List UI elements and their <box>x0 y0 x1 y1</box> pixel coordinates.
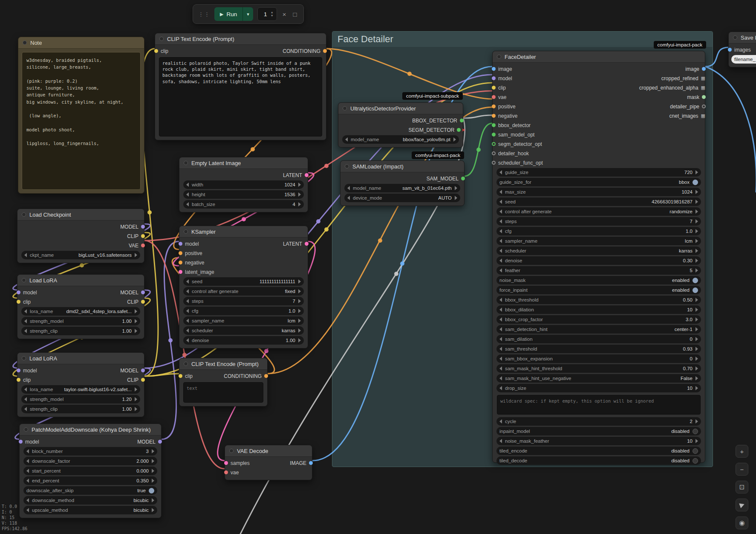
input-port-detailer-hook[interactable]: detailer_hook <box>493 149 529 157</box>
widget-sam-detection-hint[interactable]: sam_detection_hintcenter-1 <box>496 325 701 334</box>
input-port-model[interactable]: model <box>17 366 37 374</box>
decrement-arrow[interactable] <box>499 219 502 223</box>
widget-force-inpaint[interactable]: force_inpaintenabled <box>496 286 701 294</box>
output-port-latent[interactable]: LATENT <box>283 240 308 248</box>
decrement-arrow[interactable] <box>499 190 502 194</box>
wildcard-textarea[interactable]: wildcard spec: if kept empty, this optio… <box>497 395 701 415</box>
run-button-group[interactable]: ▶ Run ▾ <box>214 7 253 21</box>
output-port-bbox-detector[interactable]: BBOX_DETECTOR <box>412 116 463 125</box>
widget-bbox-dilation[interactable]: bbox_dilation10 <box>496 305 701 314</box>
run-button[interactable]: ▶ Run <box>214 11 242 17</box>
next-arrow[interactable] <box>695 249 698 253</box>
output-port-model[interactable]: MODEL <box>120 223 144 231</box>
batch-count-stepper[interactable]: 1 ▲ ▼ <box>257 7 277 21</box>
node-load-lora-1[interactable]: Load LoRA model MODEL clip CLIP lora_nam… <box>17 274 144 339</box>
decrement-arrow[interactable] <box>499 298 502 302</box>
increment-arrow[interactable] <box>695 357 698 361</box>
input-port-model[interactable]: model <box>493 74 512 82</box>
next-arrow[interactable] <box>298 328 301 333</box>
widget-scheduler[interactable]: schedulerkarras <box>183 326 304 335</box>
next-arrow[interactable] <box>695 327 698 331</box>
output-port-image[interactable]: image <box>685 65 705 73</box>
stepper-arrows[interactable]: ▲ ▼ <box>271 11 274 17</box>
widget-cfg[interactable]: cfg1.0 <box>496 227 701 235</box>
decrement-arrow[interactable] <box>499 200 502 204</box>
toggle-knob[interactable] <box>693 448 698 454</box>
input-port-samples[interactable]: samples <box>225 459 250 467</box>
increment-arrow[interactable] <box>695 190 698 194</box>
widget-downscale-factor[interactable]: downscale_factor2.000 <box>23 457 157 465</box>
prev-arrow[interactable] <box>499 249 502 253</box>
increment-arrow[interactable] <box>152 479 154 483</box>
prev-arrow[interactable] <box>345 137 348 142</box>
output-port-detailer-pipe[interactable]: detailer_pipe <box>670 102 705 110</box>
widget-sam-mask-hint-threshold[interactable]: sam_mask_hint_threshold0.70 <box>496 364 701 373</box>
widget-sam-bbox-expansion[interactable]: sam_bbox_expansion0 <box>496 354 701 363</box>
next-arrow[interactable] <box>453 137 456 142</box>
decrement-arrow[interactable] <box>499 386 502 390</box>
prev-arrow[interactable] <box>347 196 350 200</box>
output-port-vae[interactable]: VAE <box>129 241 144 250</box>
decrement-arrow[interactable] <box>26 469 29 473</box>
decrement-arrow[interactable] <box>186 183 189 187</box>
prev-arrow[interactable] <box>347 186 350 190</box>
prev-arrow[interactable] <box>499 376 502 380</box>
output-port-clip[interactable]: CLIP <box>127 376 144 384</box>
output-port-latent[interactable]: LATENT <box>283 171 308 179</box>
zoom-in-button[interactable]: + <box>736 445 748 458</box>
increment-arrow[interactable] <box>695 268 698 273</box>
collapse-dot[interactable] <box>184 362 188 366</box>
node-clip-text-encode-1[interactable]: CLIP Text Encode (Prompt) clip CONDITION… <box>155 33 326 140</box>
prompt-textarea[interactable]: realistic polaroid photo, Taylor Swift i… <box>159 57 322 136</box>
node-vae-decode[interactable]: VAE Decode samples IMAGE vae <box>225 445 312 480</box>
node-header[interactable]: KSampler <box>179 226 308 238</box>
widget-control-after-generate[interactable]: control after generaterandomize <box>496 207 701 216</box>
widget-start-percent[interactable]: start_percent0.000 <box>23 467 157 475</box>
decrement-arrow[interactable] <box>499 337 502 341</box>
widget-seed[interactable]: seed111111111111111 <box>183 277 304 286</box>
output-port-cropped-refined[interactable]: ▦cropped_refined <box>661 74 705 82</box>
next-arrow[interactable] <box>695 239 698 243</box>
node-header[interactable]: Load Checkpoint <box>17 209 144 221</box>
widget-lora-name[interactable]: lora_namedmd2_sdxl_4step_lora.safet... <box>21 307 140 316</box>
widget-drop-size[interactable]: drop_size10 <box>496 384 701 392</box>
decrement-arrow[interactable] <box>24 407 27 411</box>
increment-arrow[interactable] <box>298 183 301 187</box>
prev-arrow[interactable] <box>186 328 189 333</box>
input-port-clip[interactable]: clip <box>179 372 193 380</box>
input-port-bbox-detector[interactable]: bbox_detector <box>493 121 531 129</box>
input-port-vae[interactable]: vae <box>225 468 239 476</box>
increment-arrow[interactable] <box>152 459 154 463</box>
increment-arrow[interactable] <box>298 338 301 342</box>
widget-max-size[interactable]: max_size1024 <box>496 188 701 196</box>
input-port-positive[interactable]: positive <box>179 249 202 257</box>
widget-steps[interactable]: steps7 <box>496 217 701 226</box>
increment-arrow[interactable] <box>135 319 137 323</box>
prev-arrow[interactable] <box>499 209 502 214</box>
collapse-dot[interactable] <box>24 427 28 432</box>
widget-upscale-method[interactable]: upscale_methodbicubic <box>23 506 157 514</box>
widget-model-name[interactable]: model_namebbox/face_yolov8m.pt <box>342 135 459 144</box>
next-arrow[interactable] <box>455 186 457 190</box>
output-port-sam-model[interactable]: SAM_MODEL <box>427 174 464 183</box>
input-port-clip[interactable]: clip <box>155 47 168 55</box>
widget-bbox-crop-factor[interactable]: bbox_crop_factor3.0 <box>496 315 701 324</box>
collapse-dot[interactable] <box>22 212 26 217</box>
collapse-dot[interactable] <box>733 35 737 40</box>
node-graph-canvas[interactable]: Face Detailer <box>0 0 756 534</box>
widget-tiled-encode[interactable]: tiled_encodedisabled <box>496 447 701 455</box>
collapse-dot[interactable] <box>22 278 26 282</box>
increment-arrow[interactable] <box>695 170 698 174</box>
output-port-conditioning[interactable]: CONDITIONING <box>224 372 267 380</box>
output-port-model[interactable]: MODEL <box>137 438 161 446</box>
output-port-cropped-enhanced-alpha[interactable]: ▦cropped_enhanced_alpha <box>639 84 705 92</box>
run-options-button[interactable]: ▾ <box>243 12 253 17</box>
note-text[interactable]: w3dnesday, braided pigtails, silicone, l… <box>22 52 141 190</box>
collapse-dot[interactable] <box>497 55 501 59</box>
run-toolbar[interactable]: ⋮⋮ ▶ Run ▾ 1 ▲ ▼ × □ <box>193 4 304 24</box>
prev-arrow[interactable] <box>499 239 502 243</box>
node-load-checkpoint[interactable]: Load Checkpoint MODEL CLIP VAE ckpt_name… <box>17 209 144 263</box>
widget-strength-clip[interactable]: strength_clip1.00 <box>21 327 140 335</box>
toggle-knob[interactable] <box>693 458 698 464</box>
widget-sampler-name[interactable]: sampler_namelcm <box>496 237 701 245</box>
